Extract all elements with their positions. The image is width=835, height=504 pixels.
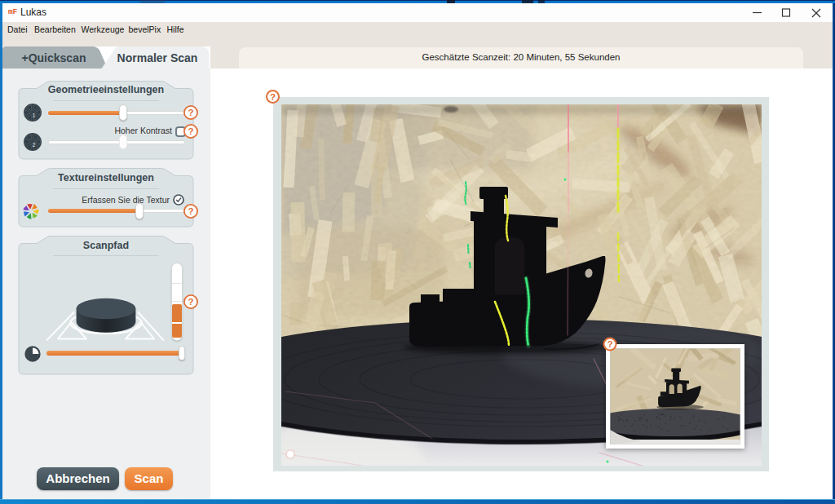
svg-text:?: ? — [188, 297, 193, 307]
svg-text:?: ? — [188, 126, 193, 136]
svg-text:?: ? — [607, 339, 612, 349]
svg-text:Normaler Scan: Normaler Scan — [117, 51, 197, 64]
svg-text:?: ? — [188, 206, 193, 216]
svg-text:1: 1 — [33, 113, 36, 118]
svg-text:2: 2 — [33, 142, 36, 148]
svg-text:?: ? — [270, 92, 276, 102]
svg-text:?: ? — [188, 108, 193, 117]
svg-text:+Quickscan: +Quickscan — [21, 51, 86, 64]
